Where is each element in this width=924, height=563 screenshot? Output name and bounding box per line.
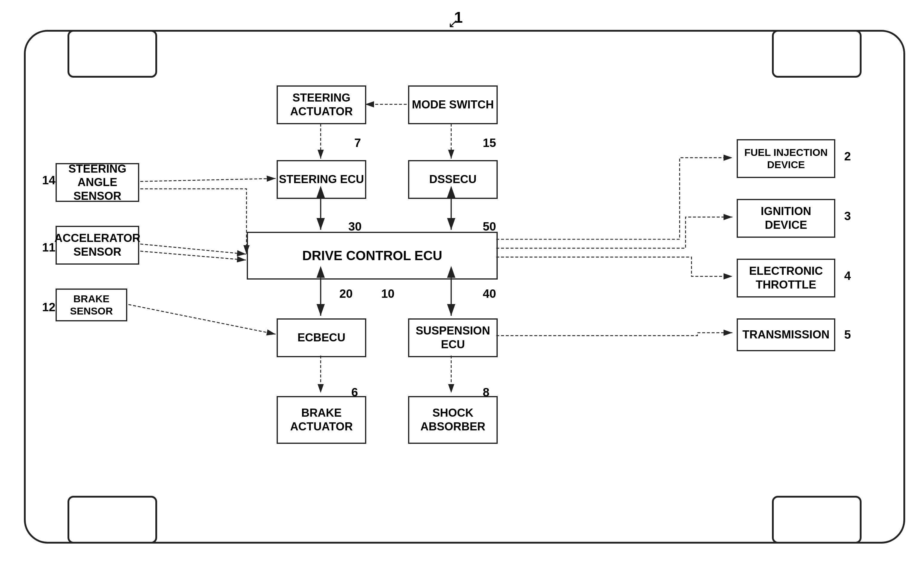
- ref-10: 10: [381, 287, 394, 301]
- fuel-injection-box: FUEL INJECTION DEVICE: [737, 139, 835, 178]
- electronic-throttle-box: ELECTRONIC THROTTLE: [737, 259, 835, 298]
- ref-40: 40: [483, 287, 496, 301]
- shock-absorber-box: SHOCK ABSORBER: [408, 396, 498, 444]
- wheel-bottom-right: [772, 496, 862, 544]
- steering-angle-sensor-box: STEERING ANGLE SENSOR: [56, 163, 139, 202]
- wheel-top-right: [772, 30, 862, 78]
- ref-14: 14: [42, 174, 56, 187]
- mode-switch-box: MODE SWITCH: [408, 85, 498, 124]
- suspension-ecu-box: SUSPENSION ECU: [408, 318, 498, 357]
- ref-4: 4: [844, 269, 851, 283]
- svg-line-11: [140, 178, 276, 181]
- accelerator-sensor-box: ACCELERATOR SENSOR: [56, 226, 139, 265]
- ref-3: 3: [844, 210, 851, 223]
- drive-control-ecu-box: DRIVE CONTROL ECU: [247, 232, 498, 280]
- ref-8: 8: [483, 386, 489, 399]
- svg-line-14: [129, 305, 276, 334]
- ref-50: 50: [483, 220, 496, 233]
- ref-6: 6: [351, 386, 358, 399]
- svg-line-12: [140, 244, 246, 254]
- brake-actuator-box: BRAKE ACTUATOR: [277, 396, 366, 444]
- ecbecu-box: ECBECU: [277, 318, 366, 357]
- steering-actuator-box: STEERING ACTUATOR: [277, 85, 366, 124]
- ref-1-arrow: ↙: [448, 16, 458, 30]
- ref-12: 12: [42, 301, 56, 314]
- steering-ecu-box: STEERING ECU: [277, 160, 366, 199]
- ref-7: 7: [354, 136, 361, 150]
- svg-line-13: [140, 251, 246, 260]
- ref-15: 15: [483, 136, 496, 150]
- ref-2: 2: [844, 150, 851, 163]
- ref-11: 11: [42, 241, 56, 254]
- ref-5: 5: [844, 328, 851, 341]
- wheel-bottom-left: [68, 496, 157, 544]
- dssecu-box: DSSECU: [408, 160, 498, 199]
- wheel-top-left: [68, 30, 157, 78]
- ref-20: 20: [339, 287, 353, 301]
- brake-sensor-box: BRAKE SENSOR: [56, 289, 127, 321]
- ref-30: 30: [348, 220, 362, 233]
- ignition-device-box: IGNITION DEVICE: [737, 199, 835, 238]
- diagram-container: STEERING ACTUATOR MODE SWITCH STEERING E…: [24, 30, 905, 544]
- transmission-box: TRANSMISSION: [737, 318, 835, 351]
